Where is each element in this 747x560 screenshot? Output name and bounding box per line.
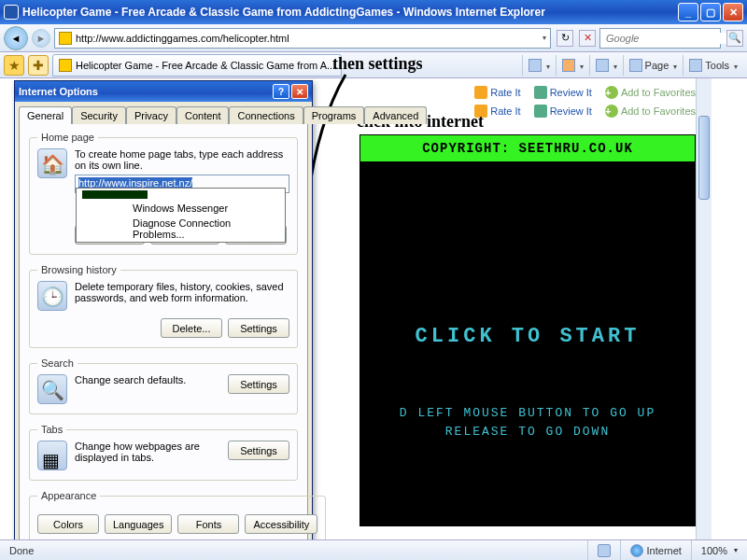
review-icon [534,86,547,99]
suggest-item-1[interactable]: Windows Messenger [77,201,285,216]
homepage-desc: To create home page tabs, type each addr… [75,148,289,171]
tools-label: Tools [705,60,729,71]
review-link[interactable]: Review It [534,86,592,99]
add-favorites-link[interactable]: +Add to Favorites [605,86,696,99]
stop-button[interactable]: ✕ [579,30,596,47]
game-instructions: D LEFT MOUSE BUTTON TO GO UP RELEASE TO … [360,404,695,441]
tabs-group: Tabs Change how webpages are displayed i… [29,424,298,481]
home-button[interactable] [522,55,556,76]
rate-link[interactable]: Rate It [474,86,520,99]
status-zoom[interactable]: 100%▾ [691,540,747,560]
rate-icon [474,86,487,99]
browser-tab[interactable]: Helicopter Game - Free Arcade & Classic … [52,54,342,77]
colors-button[interactable]: Colors [37,514,99,534]
feeds-button[interactable] [556,55,589,76]
tab-connections[interactable]: Connections [229,106,303,124]
homepage-legend: Home page [37,132,98,143]
tabs-group-icon [37,441,67,470]
tab-security[interactable]: Security [72,106,126,124]
search-input[interactable] [606,33,736,44]
status-bar: Done Internet 100%▾ [0,539,747,560]
window-title: Helicopter Game - Free Arcade & Classic … [22,6,676,19]
favorites-button[interactable]: ★ [4,55,24,76]
search-group-icon [37,374,67,404]
history-group: Browsing history Delete temporary files,… [29,264,298,348]
history-group-icon [37,281,67,311]
history-desc: Delete temporary files, history, cookies… [75,281,289,303]
delete-history-button[interactable]: Delete... [161,318,222,338]
scrollbar-thumb[interactable] [698,116,710,200]
search-settings-button[interactable]: Settings [228,374,289,394]
page-label: Page [645,60,669,71]
dialog-tabs: General Security Privacy Content Connect… [15,102,312,123]
appearance-group: Appearance Colors Languages Fonts Access… [29,490,326,544]
plus-icon: + [605,86,618,99]
app-icon [4,5,19,20]
suggest-item-2[interactable]: Diagnose Connection Problems... [77,216,285,242]
tab-label: Helicopter Game - Free Arcade & Classic … [76,60,335,71]
window-close-button[interactable]: ✕ [723,3,743,21]
history-legend: Browsing history [37,264,120,275]
appearance-legend: Appearance [37,490,100,501]
tab-privacy[interactable]: Privacy [126,106,176,124]
internet-options-dialog: Internet Options ? ✕ General Security Pr… [14,80,313,560]
status-zone[interactable]: Internet [620,540,691,560]
game-frame[interactable]: COPYRIGHT: SEETHRU.CO.UK CLICK TO START … [359,134,696,526]
homepage-group: Home page To create home page tabs, type… [29,132,298,255]
back-button[interactable]: ◄ [4,26,28,50]
window-titlebar: Helicopter Game - Free Arcade & Classic … [0,0,747,24]
page-actions: Rate It Review It +Add to Favorites Rate… [474,86,696,118]
languages-button[interactable]: Languages [105,514,172,534]
add-favorite-button[interactable]: ✚ [28,55,49,76]
history-settings-button[interactable]: Settings [228,318,289,338]
review-link-2[interactable]: Review It [534,105,592,118]
address-bar[interactable]: ▾ [54,28,551,49]
tools-menu[interactable]: Tools [683,55,743,76]
tools-icon [689,59,702,72]
add-favorites-link-2[interactable]: +Add to Favorites [605,105,696,118]
home-group-icon [37,148,67,178]
search-desc: Change search defaults. [75,374,220,385]
tabs-settings-button[interactable]: Settings [228,441,289,460]
tab-favicon [59,59,72,72]
print-button[interactable] [589,55,623,76]
nav-toolbar: ◄ ► ▾ ↻ ✕ ▾ 🔍 [0,24,747,52]
dialog-title: Internet Options [19,86,271,97]
globe-icon [630,544,643,557]
maximize-button[interactable]: ▢ [700,3,721,21]
tab-advanced[interactable]: Advanced [364,106,427,124]
fonts-button[interactable]: Fonts [177,514,239,534]
page-menu[interactable]: Page [623,55,684,76]
page-icon [629,59,642,72]
address-input[interactable] [76,33,543,44]
shield-icon [598,544,611,557]
tab-content[interactable]: Content [176,106,230,124]
forward-button[interactable]: ► [32,29,50,48]
tab-general[interactable]: General [19,106,72,124]
game-copyright: COPYRIGHT: SEETHRU.CO.UK [360,135,695,161]
minimize-button[interactable]: _ [678,3,698,21]
site-favicon [59,32,72,45]
game-start-text: CLICK TO START [360,325,695,348]
rss-icon [562,59,575,72]
dialog-close-button[interactable]: ✕ [291,84,308,99]
vertical-scrollbar[interactable] [696,78,712,539]
review-icon [534,105,547,118]
search-go-button[interactable]: 🔍 [726,30,743,47]
tab-programs[interactable]: Programs [303,106,365,124]
refresh-button[interactable]: ↻ [557,30,573,47]
dialog-help-button[interactable]: ? [273,84,289,99]
print-icon [596,59,609,72]
search-legend: Search [37,357,78,369]
status-text: Done [0,540,587,560]
address-dropdown-icon[interactable]: ▾ [543,34,546,42]
annotation-settings: then settings [332,54,423,74]
search-box[interactable]: ▾ [599,28,721,49]
dialog-titlebar[interactable]: Internet Options ? ✕ [15,81,312,102]
status-protected-mode [587,540,620,560]
search-group: Search Change search defaults. Settings [29,357,298,414]
home-icon [529,59,542,72]
autocomplete-dropdown[interactable]: Windows Messenger Diagnose Connection Pr… [76,188,286,243]
dialog-body: Home page To create home page tabs, type… [19,123,308,560]
accessibility-button[interactable]: Accessibility [245,514,317,534]
